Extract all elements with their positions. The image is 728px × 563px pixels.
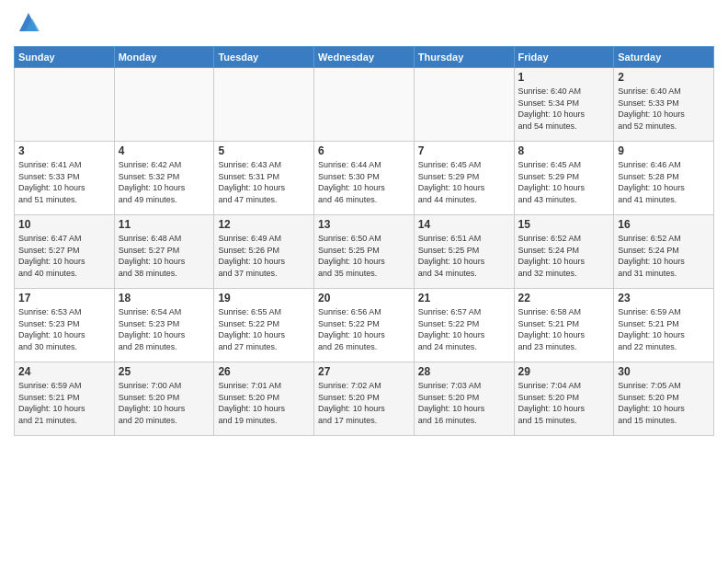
day-info: Sunrise: 6:50 AM Sunset: 5:25 PM Dayligh… [318,233,410,279]
day-info: Sunrise: 6:54 AM Sunset: 5:23 PM Dayligh… [119,306,210,352]
week-row-3: 10Sunrise: 6:47 AM Sunset: 5:27 PM Dayli… [15,215,714,289]
day-number: 6 [318,144,410,157]
day-number: 25 [119,365,210,378]
calendar-cell: 17Sunrise: 6:53 AM Sunset: 5:23 PM Dayli… [15,289,115,362]
day-info: Sunrise: 6:59 AM Sunset: 5:21 PM Dayligh… [18,380,110,426]
calendar-cell: 7Sunrise: 6:45 AM Sunset: 5:29 PM Daylig… [414,142,514,215]
day-number: 18 [119,292,210,304]
calendar-cell: 26Sunrise: 7:01 AM Sunset: 5:20 PM Dayli… [214,362,314,436]
day-number: 4 [119,144,210,157]
calendar-cell: 1Sunrise: 6:40 AM Sunset: 5:34 PM Daylig… [514,68,614,142]
day-number: 23 [618,292,710,304]
day-info: Sunrise: 6:58 AM Sunset: 5:21 PM Dayligh… [518,306,610,352]
calendar-cell: 27Sunrise: 7:02 AM Sunset: 5:20 PM Dayli… [314,362,415,436]
day-info: Sunrise: 6:57 AM Sunset: 5:22 PM Dayligh… [418,306,510,352]
day-number: 22 [518,292,610,304]
weekday-header-sunday: Sunday [15,47,115,68]
calendar-cell [214,68,314,142]
day-number: 20 [318,292,410,304]
calendar-cell: 19Sunrise: 6:55 AM Sunset: 5:22 PM Dayli… [214,289,314,362]
day-number: 15 [518,218,610,231]
day-number: 29 [518,365,610,378]
day-info: Sunrise: 6:56 AM Sunset: 5:22 PM Dayligh… [318,306,410,352]
day-info: Sunrise: 6:51 AM Sunset: 5:25 PM Dayligh… [418,233,510,279]
day-info: Sunrise: 7:00 AM Sunset: 5:20 PM Dayligh… [119,380,210,426]
calendar-cell: 24Sunrise: 6:59 AM Sunset: 5:21 PM Dayli… [15,362,115,436]
day-info: Sunrise: 6:48 AM Sunset: 5:27 PM Dayligh… [119,233,210,279]
calendar-cell: 9Sunrise: 6:46 AM Sunset: 5:28 PM Daylig… [614,142,714,215]
day-info: Sunrise: 6:52 AM Sunset: 5:24 PM Dayligh… [618,233,710,279]
day-number: 28 [418,365,510,378]
calendar-cell: 15Sunrise: 6:52 AM Sunset: 5:24 PM Dayli… [514,215,614,289]
calendar-cell: 23Sunrise: 6:59 AM Sunset: 5:21 PM Dayli… [614,289,714,362]
calendar-cell: 20Sunrise: 6:56 AM Sunset: 5:22 PM Dayli… [314,289,415,362]
calendar-cell [414,68,514,142]
day-info: Sunrise: 6:40 AM Sunset: 5:34 PM Dayligh… [518,86,610,132]
weekday-header-friday: Friday [514,47,614,68]
calendar-cell [114,68,214,142]
calendar-cell: 3Sunrise: 6:41 AM Sunset: 5:33 PM Daylig… [15,142,115,215]
weekday-header-row: SundayMondayTuesdayWednesdayThursdayFrid… [15,47,714,68]
day-info: Sunrise: 6:53 AM Sunset: 5:23 PM Dayligh… [18,306,110,352]
day-number: 19 [218,292,310,304]
day-info: Sunrise: 6:46 AM Sunset: 5:28 PM Dayligh… [618,159,710,205]
logo [14,9,41,39]
week-row-5: 24Sunrise: 6:59 AM Sunset: 5:21 PM Dayli… [15,362,714,436]
calendar-page: SundayMondayTuesdayWednesdayThursdayFrid… [0,0,728,445]
weekday-header-monday: Monday [114,47,214,68]
day-info: Sunrise: 6:43 AM Sunset: 5:31 PM Dayligh… [218,159,310,205]
day-number: 17 [18,292,110,304]
day-info: Sunrise: 7:02 AM Sunset: 5:20 PM Dayligh… [318,380,410,426]
day-number: 12 [218,218,310,231]
day-number: 16 [618,218,710,231]
day-info: Sunrise: 6:49 AM Sunset: 5:26 PM Dayligh… [218,233,310,279]
weekday-header-saturday: Saturday [614,47,714,68]
day-number: 30 [618,365,710,378]
calendar-cell: 14Sunrise: 6:51 AM Sunset: 5:25 PM Dayli… [414,215,514,289]
day-number: 27 [318,365,410,378]
week-row-2: 3Sunrise: 6:41 AM Sunset: 5:33 PM Daylig… [15,142,714,215]
calendar-cell: 29Sunrise: 7:04 AM Sunset: 5:20 PM Dayli… [514,362,614,436]
day-info: Sunrise: 6:59 AM Sunset: 5:21 PM Dayligh… [618,306,710,352]
day-info: Sunrise: 7:01 AM Sunset: 5:20 PM Dayligh… [218,380,310,426]
day-number: 24 [18,365,110,378]
week-row-4: 17Sunrise: 6:53 AM Sunset: 5:23 PM Dayli… [15,289,714,362]
calendar-cell: 28Sunrise: 7:03 AM Sunset: 5:20 PM Dayli… [414,362,514,436]
day-number: 13 [318,218,410,231]
day-number: 8 [518,144,610,157]
calendar-cell: 21Sunrise: 6:57 AM Sunset: 5:22 PM Dayli… [414,289,514,362]
calendar-cell: 30Sunrise: 7:05 AM Sunset: 5:20 PM Dayli… [614,362,714,436]
calendar-cell: 16Sunrise: 6:52 AM Sunset: 5:24 PM Dayli… [614,215,714,289]
weekday-header-tuesday: Tuesday [214,47,314,68]
calendar-cell: 25Sunrise: 7:00 AM Sunset: 5:20 PM Dayli… [114,362,214,436]
calendar-cell: 4Sunrise: 6:42 AM Sunset: 5:32 PM Daylig… [114,142,214,215]
calendar-cell: 11Sunrise: 6:48 AM Sunset: 5:27 PM Dayli… [114,215,214,289]
calendar-cell: 2Sunrise: 6:40 AM Sunset: 5:33 PM Daylig… [614,68,714,142]
day-info: Sunrise: 6:52 AM Sunset: 5:24 PM Dayligh… [518,233,610,279]
day-info: Sunrise: 6:44 AM Sunset: 5:30 PM Dayligh… [318,159,410,205]
calendar-cell: 12Sunrise: 6:49 AM Sunset: 5:26 PM Dayli… [214,215,314,289]
day-info: Sunrise: 6:42 AM Sunset: 5:32 PM Dayligh… [119,159,210,205]
calendar-table: SundayMondayTuesdayWednesdayThursdayFrid… [14,46,714,436]
day-info: Sunrise: 6:45 AM Sunset: 5:29 PM Dayligh… [518,159,610,205]
calendar-cell: 5Sunrise: 6:43 AM Sunset: 5:31 PM Daylig… [214,142,314,215]
calendar-cell: 6Sunrise: 6:44 AM Sunset: 5:30 PM Daylig… [314,142,415,215]
day-info: Sunrise: 7:03 AM Sunset: 5:20 PM Dayligh… [418,380,510,426]
day-info: Sunrise: 7:04 AM Sunset: 5:20 PM Dayligh… [518,380,610,426]
calendar-cell: 8Sunrise: 6:45 AM Sunset: 5:29 PM Daylig… [514,142,614,215]
day-number: 3 [18,144,110,157]
day-number: 21 [418,292,510,304]
day-info: Sunrise: 6:55 AM Sunset: 5:22 PM Dayligh… [218,306,310,352]
day-info: Sunrise: 6:47 AM Sunset: 5:27 PM Dayligh… [18,233,110,279]
calendar-cell [314,68,415,142]
weekday-header-wednesday: Wednesday [314,47,415,68]
day-number: 11 [119,218,210,231]
day-number: 14 [418,218,510,231]
day-number: 1 [518,71,610,84]
day-info: Sunrise: 6:45 AM Sunset: 5:29 PM Dayligh… [418,159,510,205]
day-info: Sunrise: 6:40 AM Sunset: 5:33 PM Dayligh… [618,86,710,132]
day-number: 2 [618,71,710,84]
calendar-cell: 10Sunrise: 6:47 AM Sunset: 5:27 PM Dayli… [15,215,115,289]
header [14,9,714,39]
week-row-1: 1Sunrise: 6:40 AM Sunset: 5:34 PM Daylig… [15,68,714,142]
